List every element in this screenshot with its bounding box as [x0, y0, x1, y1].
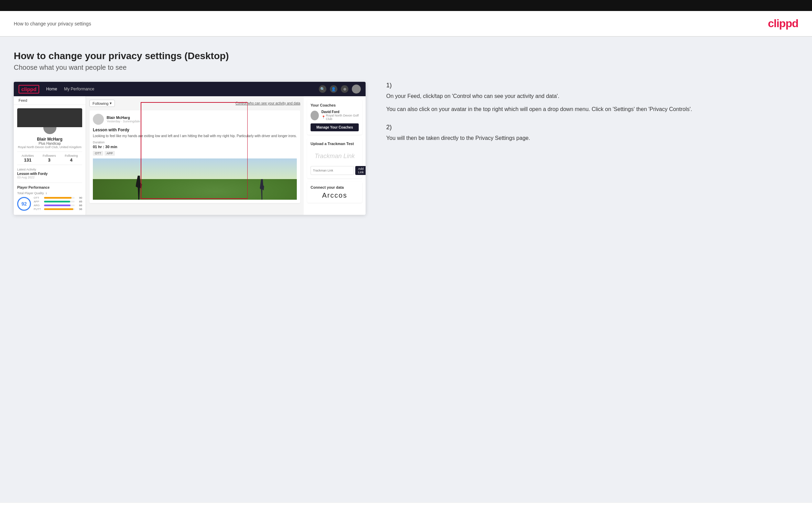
post-user-meta: Yesterday · Sunningdale	[107, 120, 140, 123]
profile-stats: Activities 131 Followers 3 Following 4	[17, 152, 82, 165]
instruction-1: 1) On your Feed, click/tap on 'Control w…	[386, 82, 798, 113]
instruction-2-text: You will then be taken directly to the P…	[386, 134, 798, 143]
coaches-card: Your Coaches David Ford 📍 Royal North De…	[307, 100, 362, 135]
post-user-name: Blair McHarg	[107, 115, 140, 120]
post-duration-label: Duration	[93, 141, 297, 144]
golfer-1	[134, 176, 144, 200]
post-tags: OTT APP	[93, 151, 297, 156]
app-screenshot: clippd Home My Performance 🔍 👤 ⊕	[14, 82, 366, 215]
trackman-input-row: Add Link	[311, 166, 359, 175]
search-icon[interactable]: 🔍	[319, 85, 326, 93]
user-avatar[interactable]	[352, 85, 361, 93]
breadcrumb: How to change your privacy settings	[14, 21, 91, 26]
trackman-card-title: Upload a Trackman Test	[311, 142, 359, 146]
post-tag-ott: OTT	[93, 151, 103, 156]
site-footer: Copyright Clippd 2022	[0, 503, 812, 507]
app-right-column: Your Coaches David Ford 📍 Royal North De…	[304, 96, 366, 215]
instruction-2: 2) You will then be taken directly to th…	[386, 124, 798, 143]
trackman-input[interactable]	[311, 166, 354, 175]
app-left-column: Feed Blair McHarg Plus Handicap Royal No…	[14, 96, 86, 215]
profile-name: Blair McHarg	[17, 137, 82, 142]
latest-activity-name: Lesson with Fordy	[17, 172, 82, 176]
arccos-brand: Arccos	[311, 191, 359, 199]
profile-sidebar: Blair McHarg Plus Handicap Royal North D…	[14, 105, 86, 215]
connect-data-title: Connect your data	[311, 185, 359, 189]
app-screenshot-wrapper: clippd Home My Performance 🔍 👤 ⊕	[14, 82, 366, 215]
instruction-2-number: 2)	[386, 124, 798, 131]
instructions-panel: 1) On your Feed, click/tap on 'Control w…	[379, 82, 798, 153]
following-button[interactable]: Following ▾	[89, 100, 115, 107]
app-main-feed: Following ▾ Control who can see your act…	[86, 96, 304, 215]
quality-score-circle: 92	[17, 197, 31, 211]
quality-row: 92 OTT 90 APP	[17, 196, 82, 211]
quality-info-icon: ℹ	[46, 192, 47, 195]
total-quality-label: Total Player Quality ℹ	[17, 191, 82, 195]
main-content: How to change your privacy settings (Des…	[0, 37, 812, 503]
profile-banner	[17, 108, 82, 127]
profile-handicap: Plus Handicap	[17, 142, 82, 145]
profile-club: Royal North Devon Golf Club, United King…	[17, 145, 82, 149]
location-icon[interactable]: ⊕	[341, 85, 348, 93]
site-header: How to change your privacy settings clip…	[0, 11, 812, 37]
bar-putt: PUTT 96	[34, 208, 82, 211]
post-duration-value: 01 hr : 30 min	[93, 145, 297, 149]
app-logo: clippd	[19, 85, 39, 93]
post-user-avatar	[93, 114, 104, 125]
add-link-button[interactable]: Add Link	[355, 166, 366, 175]
post-header: Blair McHarg Yesterday · Sunningdale	[93, 114, 297, 125]
connect-data-card: Connect your data Arccos	[307, 182, 362, 203]
nav-link-performance[interactable]: My Performance	[64, 87, 94, 91]
app-navbar: clippd Home My Performance 🔍 👤 ⊕	[14, 82, 366, 96]
post-card: Blair McHarg Yesterday · Sunningdale Les…	[89, 110, 300, 203]
nav-link-home[interactable]: Home	[46, 87, 57, 91]
bar-arg: ARG 86	[34, 204, 82, 207]
coach-info: David Ford 📍 Royal North Devon Golf Club	[322, 110, 359, 121]
post-tag-app: APP	[105, 151, 115, 156]
content-row: clippd Home My Performance 🔍 👤 ⊕	[14, 82, 798, 215]
instruction-1-number: 1)	[386, 82, 798, 89]
feed-top-bar: Following ▾ Control who can see your act…	[89, 100, 300, 107]
top-bar	[0, 0, 812, 11]
chevron-down-icon: ▾	[110, 101, 112, 106]
bar-app: APP 85	[34, 200, 82, 203]
user-icon[interactable]: 👤	[330, 85, 337, 93]
trackman-card: Upload a Trackman Test Trackman Link Add…	[307, 138, 362, 178]
instruction-1-extra: You can also click on your avatar in the…	[386, 105, 798, 114]
instruction-1-bold: On your Feed, click/tap on 'Control who …	[386, 93, 559, 99]
player-perf-title: Player Performance	[17, 186, 82, 189]
stat-activities: Activities 131	[22, 154, 34, 163]
article-subtitle: Choose what you want people to see	[14, 64, 798, 71]
post-user-info: Blair McHarg Yesterday · Sunningdale	[107, 115, 140, 123]
coach-item: David Ford 📍 Royal North Devon Golf Club	[311, 110, 359, 121]
feed-tab[interactable]: Feed	[14, 96, 86, 105]
coaches-card-title: Your Coaches	[311, 103, 359, 107]
stat-followers: Followers 3	[43, 154, 56, 163]
trackman-placeholder: Trackman Link	[311, 148, 359, 164]
control-privacy-link[interactable]: Control who can see your activity and da…	[236, 101, 300, 105]
app-content: Feed Blair McHarg Plus Handicap Royal No…	[14, 96, 366, 215]
post-golf-image	[93, 158, 297, 200]
post-title: Lesson with Fordy	[93, 128, 297, 132]
latest-activity-label: Latest Activity	[17, 168, 82, 171]
nav-icons: 🔍 👤 ⊕	[319, 85, 361, 93]
golfer-2	[258, 179, 266, 200]
coach-avatar	[311, 111, 319, 120]
site-logo: clippd	[768, 17, 798, 30]
sky-bg	[93, 158, 297, 179]
location-pin-icon: 📍	[322, 115, 325, 119]
latest-activity-date: 03 Aug 2022	[17, 176, 82, 179]
coach-name: David Ford	[322, 110, 359, 114]
article-title: How to change your privacy settings (Des…	[14, 51, 798, 62]
instruction-1-text: On your Feed, click/tap on 'Control who …	[386, 92, 798, 101]
stat-following: Following 4	[65, 154, 78, 163]
player-performance: Player Performance Total Player Quality …	[17, 183, 82, 211]
post-body: Looking to feel like my hands are exitin…	[93, 134, 297, 139]
manage-coaches-button[interactable]: Manage Your Coaches	[311, 123, 359, 131]
bar-ott: OTT 90	[34, 196, 82, 199]
coach-club: 📍 Royal North Devon Golf Club	[322, 114, 359, 121]
quality-bars: OTT 90 APP 85	[34, 196, 82, 211]
